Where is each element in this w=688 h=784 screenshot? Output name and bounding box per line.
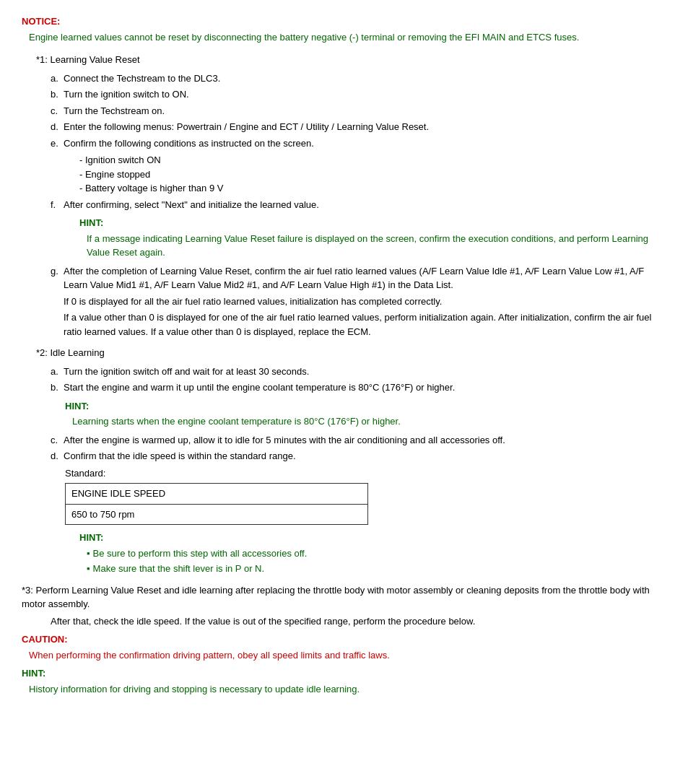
- star2-title: *2: Idle Learning: [36, 346, 666, 360]
- star1-step-g-sub1: If 0 is displayed for all the air fuel r…: [64, 295, 666, 309]
- star1-step-f-list: f. After confirming, select "Next" and i…: [51, 198, 666, 212]
- hint3-bullet-1: Be sure to perform this step with all ac…: [87, 546, 666, 561]
- star1-step-b: b. Turn the ignition switch to ON.: [51, 87, 666, 102]
- caution-block: CAUTION: When performing the confirmatio…: [22, 632, 666, 662]
- caution-label: CAUTION:: [22, 632, 666, 647]
- star1-step-g-sub2: If a value other than 0 is displayed for…: [64, 310, 666, 339]
- star2-step-d: d. Confirm that the idle speed is within…: [51, 449, 666, 463]
- table-value-cell: 650 to 750 rpm: [66, 504, 368, 525]
- star1-step-f: f. After confirming, select "Next" and i…: [51, 198, 666, 212]
- star2-section: *2: Idle Learning a. Turn the ignition s…: [22, 346, 666, 576]
- star1-step-c: c. Turn the Techstream on.: [51, 104, 666, 118]
- star1-sub-conditions: Ignition switch ON Engine stopped Batter…: [79, 153, 666, 196]
- hint3-bullet-2: Make sure that the shift lever is in P o…: [87, 562, 666, 576]
- condition-1: Ignition switch ON: [79, 153, 666, 167]
- hint4-text: History information for driving and stop…: [29, 682, 666, 697]
- hint1-label: HINT:: [79, 216, 666, 230]
- condition-2: Engine stopped: [79, 167, 666, 182]
- caution-text: When performing the confirmation driving…: [29, 648, 666, 663]
- star2-step-a: a. Turn the ignition switch off and wait…: [51, 365, 666, 379]
- hint2-text: Learning starts when the engine coolant …: [72, 414, 666, 429]
- table-header-row: ENGINE IDLE SPEED: [66, 484, 368, 505]
- notice-label: NOTICE:: [22, 14, 666, 29]
- star1-section: *1: Learning Value Reset a. Connect the …: [22, 53, 666, 339]
- hint3-block: HINT: Be sure to perform this step with …: [79, 531, 666, 576]
- standard-block: Standard: ENGINE IDLE SPEED 650 to 750 r…: [65, 466, 666, 526]
- hint3-label: HINT:: [79, 531, 666, 545]
- star1-step-d: d. Enter the following menus: Powertrain…: [51, 120, 666, 134]
- star3-after-text: After that, check the idle speed. If the…: [51, 614, 666, 629]
- star1-step-g: g. After the completion of Learning Valu…: [51, 264, 666, 292]
- hint1-text: If a message indicating Learning Value R…: [87, 232, 666, 260]
- hint4-block: HINT: History information for driving an…: [22, 666, 666, 696]
- hint1-block: HINT: If a message indicating Learning V…: [79, 216, 666, 260]
- hint2-label: HINT:: [65, 399, 666, 414]
- star3-text: *3: Perform Learning Value Reset and idl…: [22, 583, 666, 611]
- table-header-cell: ENGINE IDLE SPEED: [66, 484, 368, 505]
- star2-steps-list: a. Turn the ignition switch off and wait…: [51, 365, 666, 395]
- notice-block: NOTICE: Engine learned values cannot be …: [22, 14, 666, 44]
- star2-step-c: c. After the engine is warmed up, allow …: [51, 433, 666, 448]
- hint3-bullets: Be sure to perform this step with all ac…: [87, 546, 666, 576]
- star2-step-b: b. Start the engine and warm it up until…: [51, 380, 666, 395]
- idle-speed-table: ENGINE IDLE SPEED 650 to 750 rpm: [65, 483, 368, 525]
- hint2-block: HINT: Learning starts when the engine co…: [65, 399, 666, 429]
- star1-title: *1: Learning Value Reset: [36, 53, 666, 67]
- star2-steps2-list: c. After the engine is warmed up, allow …: [51, 433, 666, 463]
- condition-3: Battery voltage is higher than 9 V: [79, 181, 666, 196]
- star1-step-e: e. Confirm the following conditions as i…: [51, 136, 666, 151]
- star1-steps-list: a. Connect the Techstream to the DLC3. b…: [51, 71, 666, 151]
- table-value-row: 650 to 750 rpm: [66, 504, 368, 525]
- hint4-label: HINT:: [22, 666, 666, 681]
- star3-section: *3: Perform Learning Value Reset and idl…: [22, 583, 666, 697]
- standard-label: Standard:: [65, 466, 666, 481]
- star1-step-a: a. Connect the Techstream to the DLC3.: [51, 71, 666, 86]
- notice-text: Engine learned values cannot be reset by…: [29, 30, 666, 45]
